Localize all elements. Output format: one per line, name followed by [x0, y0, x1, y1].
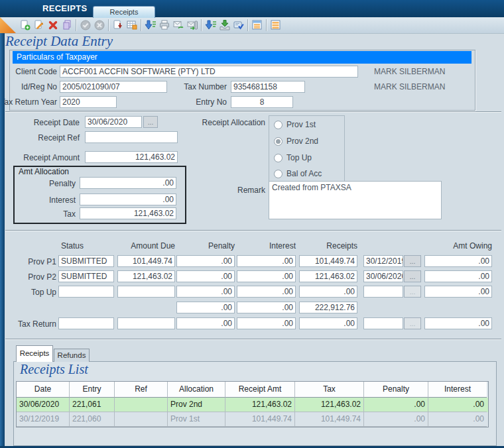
- radio-icon: [274, 121, 283, 129]
- allocation-option-prov-2nd[interactable]: Prov 2nd: [274, 137, 318, 146]
- taxreturn-receipts-field[interactable]: .00: [299, 317, 357, 329]
- export-grid-button[interactable]: [125, 18, 139, 32]
- topup-status-field[interactable]: [58, 286, 114, 298]
- schedule-row-label: Prov P1: [23, 257, 56, 266]
- entry-no-field[interactable]: 8: [231, 96, 293, 108]
- section-divider: [5, 111, 501, 113]
- p2-interest-field[interactable]: .00: [237, 270, 296, 282]
- p2-amt-owing-field[interactable]: .00: [424, 270, 492, 282]
- section-divider: [5, 339, 501, 340]
- taxreturn-date-browse-button[interactable]: ...: [404, 317, 421, 329]
- accept-button[interactable]: [79, 18, 92, 32]
- email-exchange-button[interactable]: [172, 18, 185, 32]
- allocation-option-label: Prov 1st: [286, 120, 316, 129]
- tax-label: Tax: [53, 209, 76, 219]
- cell-allocation: Prov 1st: [168, 412, 225, 427]
- taxreturn-penalty-field[interactable]: .00: [176, 317, 235, 329]
- particulars-header: Particulars of Taxpayer: [13, 51, 472, 64]
- p1-interest-field[interactable]: .00: [237, 255, 296, 267]
- topup-date-browse-button[interactable]: ...: [404, 286, 421, 298]
- p1-amt-owing-field[interactable]: .00: [424, 255, 492, 267]
- tab-receipts[interactable]: Receipts: [16, 345, 53, 362]
- radio-icon: [274, 154, 283, 162]
- toolbar-separator: [201, 19, 202, 31]
- col-header-penalty: Penalty: [364, 382, 428, 398]
- topup-date-field[interactable]: [363, 286, 403, 298]
- receipt-allocation-label: Receipt Allocation: [192, 118, 265, 127]
- cell-entry: 221,061: [70, 398, 115, 412]
- verify-entries-button[interactable]: [232, 18, 245, 32]
- tax-return-year-field[interactable]: 2020: [60, 96, 117, 108]
- p2-date-field[interactable]: 30/06/2020: [363, 270, 403, 282]
- p2-receipts-field[interactable]: 121,463.02: [299, 270, 357, 282]
- tax-number-field[interactable]: 9354681158: [231, 81, 305, 93]
- topup-interest-field[interactable]: .00: [237, 286, 296, 298]
- receipt-amount-field[interactable]: 121,463.02: [85, 151, 178, 163]
- col-header-allocation: Allocation: [168, 382, 225, 398]
- receipt-detail-view-button[interactable]: [269, 18, 283, 32]
- download-list-button[interactable]: [144, 18, 157, 32]
- download-list-icon: [145, 19, 157, 31]
- table-row[interactable]: 30/06/2020 221,061 Prov 2nd 121,463.02 1…: [17, 398, 488, 412]
- allocation-option-prov-1st[interactable]: Prov 1st: [274, 120, 316, 129]
- client-code-field[interactable]: ACCF001 ACCFIN SOFTWARE (PTY) LTD: [60, 66, 358, 78]
- taxreturn-status-field[interactable]: [58, 317, 114, 329]
- export-grid-icon: [126, 19, 138, 31]
- remark-field[interactable]: Created from PTAXSA: [269, 181, 442, 219]
- allocation-option-top-up[interactable]: Top Up: [274, 153, 312, 162]
- receipt-ref-field[interactable]: [85, 131, 178, 143]
- taxreturn-date-field[interactable]: [363, 317, 403, 329]
- copy-record-button[interactable]: [60, 18, 74, 32]
- verify-entries-icon: [233, 19, 245, 31]
- remark-label: Remark: [225, 186, 265, 195]
- p1-status-field[interactable]: SUBMITTED: [58, 255, 114, 267]
- p2-penalty-field[interactable]: .00: [176, 270, 235, 282]
- topup-receipts-field[interactable]: .00: [299, 286, 357, 298]
- delete-record-button[interactable]: [46, 18, 60, 32]
- p1-date-browse-button[interactable]: ...: [404, 255, 421, 267]
- edit-record-button[interactable]: [32, 18, 46, 32]
- save-received-button[interactable]: [218, 18, 231, 32]
- new-record-button[interactable]: [19, 18, 32, 32]
- id-reg-field[interactable]: 2005/021090/07: [60, 81, 167, 93]
- taxreturn-amt-owing-field[interactable]: .00: [424, 317, 492, 329]
- email-exchange-icon: [172, 19, 184, 31]
- p1-receipts-field[interactable]: 101,449.74: [299, 255, 357, 267]
- p1-amount-due-field[interactable]: 101,449.74: [117, 255, 175, 267]
- delete-record-icon: [47, 19, 59, 31]
- receipt-date-browse-button[interactable]: ...: [143, 116, 158, 128]
- schedule-row-label: Top Up: [27, 288, 56, 297]
- import-document-button[interactable]: [111, 18, 125, 32]
- cancel-button[interactable]: [93, 18, 106, 32]
- p1-penalty-field[interactable]: .00: [176, 255, 235, 267]
- allocation-option-bal-of-acc[interactable]: Bal of Acc: [274, 169, 322, 178]
- p2-date-browse-button[interactable]: ...: [404, 270, 421, 282]
- topup-amt-owing-field[interactable]: .00: [424, 286, 492, 298]
- copy-record-icon: [61, 19, 73, 31]
- interest-field[interactable]: .00: [80, 194, 176, 205]
- tab-refunds[interactable]: Refunds: [54, 349, 90, 362]
- cell-date: 30/06/2020: [17, 398, 70, 412]
- topup-penalty-field[interactable]: .00: [176, 286, 235, 298]
- tax-field[interactable]: 121,463.02: [80, 207, 176, 219]
- p1-date-field[interactable]: 30/12/2019: [363, 255, 403, 267]
- totals-interest-field: .00: [237, 302, 296, 313]
- allocation-option-label: Top Up: [286, 153, 312, 162]
- schedule-row-label: Prov P2: [23, 272, 56, 282]
- col-header-receipt-amt: Receipt Amt: [225, 382, 295, 398]
- receipt-list-view-button[interactable]: [251, 18, 264, 32]
- window-tab-receipts[interactable]: Receipts: [93, 6, 155, 18]
- receipt-date-field[interactable]: 30/06/2020: [85, 116, 142, 128]
- taxreturn-interest-field[interactable]: .00: [237, 317, 296, 329]
- topup-amount-due-field[interactable]: [117, 286, 175, 298]
- taxreturn-amount-due-field[interactable]: [117, 317, 175, 329]
- schedule-header-interest: Interest: [237, 241, 296, 251]
- table-row[interactable]: 30/12/2019 221,060 Prov 1st 101,449.74 1…: [17, 412, 488, 427]
- download-list-alt-button[interactable]: [204, 18, 218, 32]
- email-send-button[interactable]: [186, 18, 199, 32]
- p2-amount-due-field[interactable]: 121,463.02: [117, 270, 175, 282]
- penalty-field[interactable]: .00: [80, 177, 176, 189]
- receipt-detail-view-icon: [270, 19, 282, 31]
- print-button[interactable]: [158, 18, 171, 32]
- p2-status-field[interactable]: SUBMITTED: [58, 270, 114, 282]
